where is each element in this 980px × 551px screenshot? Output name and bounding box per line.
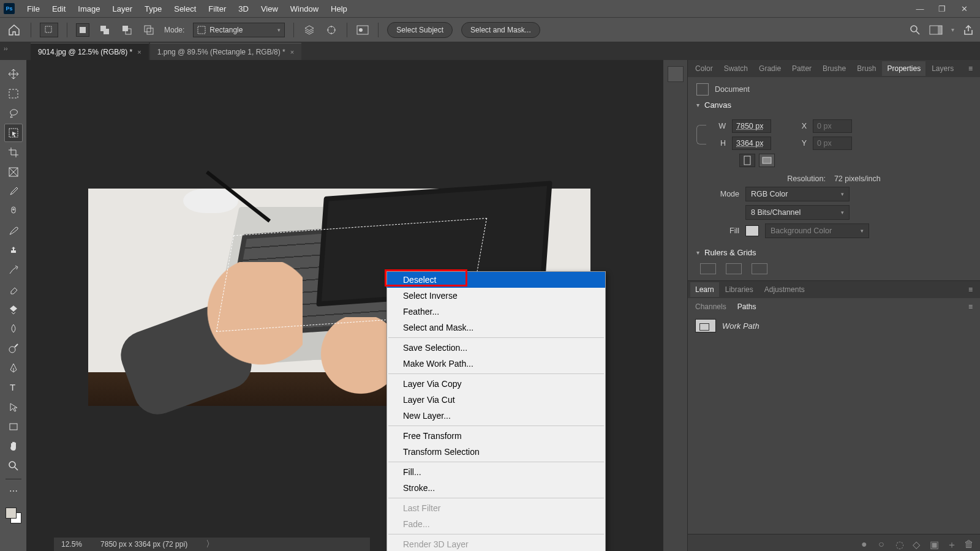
menu-layer[interactable]: Layer [107, 2, 139, 16]
sample-layers-icon[interactable] [303, 23, 316, 37]
mode-dropdown[interactable]: Rectangle ▾ [193, 23, 285, 37]
path-selection-tool-icon[interactable] [4, 398, 23, 416]
eyedropper-tool-icon[interactable] [4, 182, 23, 201]
rectangle-tool-icon[interactable] [4, 418, 23, 436]
rulers-icon[interactable] [700, 263, 716, 274]
intersect-selection-icon[interactable] [142, 23, 156, 37]
ctx-fill[interactable]: Fill... [387, 464, 605, 480]
menu-select[interactable]: Select [168, 2, 202, 16]
tab-libraries[interactable]: Libraries [720, 282, 758, 297]
object-selection-tool-icon[interactable] [4, 124, 23, 142]
move-tool-icon[interactable] [4, 65, 23, 83]
menu-view[interactable]: View [255, 2, 284, 16]
type-tool-icon[interactable]: T [4, 378, 23, 397]
crop-tool-icon[interactable] [4, 143, 23, 162]
ctx-layer-via-cut[interactable]: Layer Via Cut [387, 392, 605, 408]
window-close-icon[interactable]: ✕ [957, 4, 971, 13]
edit-toolbar-icon[interactable]: ⋯ [4, 482, 23, 500]
zoom-tool-icon[interactable] [4, 457, 23, 475]
menu-type[interactable]: Type [138, 2, 168, 16]
selection-from-path-icon[interactable]: ◌ [895, 539, 904, 547]
panel-menu-icon[interactable]: ≡ [963, 302, 978, 311]
fill-dropdown[interactable]: Background Color▾ [765, 223, 869, 238]
search-icon[interactable] [910, 24, 921, 36]
new-selection-icon[interactable] [76, 23, 89, 37]
gradient-tool-icon[interactable] [4, 300, 23, 318]
tab-color[interactable]: Color [690, 61, 718, 76]
chevron-down-icon[interactable]: ▾ [951, 26, 954, 33]
width-input[interactable]: 7850 px [732, 119, 771, 133]
enhance-edge-icon[interactable] [325, 23, 338, 37]
tab-paths[interactable]: Paths [733, 299, 761, 314]
menu-window[interactable]: Window [284, 2, 325, 16]
zoom-level[interactable]: 12.5% [61, 540, 82, 549]
close-tab-icon[interactable]: × [137, 48, 141, 56]
bit-depth-dropdown[interactable]: 8 Bits/Channel▾ [745, 205, 850, 220]
history-brush-tool-icon[interactable] [4, 261, 23, 279]
share-icon[interactable] [963, 24, 974, 36]
rulers-section-header[interactable]: ▾ Rulers & Grids [696, 248, 971, 257]
panel-menu-icon[interactable]: ≡ [963, 285, 978, 294]
new-path-icon[interactable]: ＋ [947, 539, 956, 547]
color-mode-dropdown[interactable]: RGB Color▾ [745, 187, 850, 201]
chevron-right-icon[interactable]: 〉 [206, 539, 214, 550]
fill-swatch[interactable] [745, 225, 759, 236]
tab-properties[interactable]: Properties [882, 61, 925, 76]
tab-patterns[interactable]: Patter [787, 61, 816, 76]
tab-layers[interactable]: Layers [927, 61, 959, 76]
delete-path-icon[interactable]: 🗑 [964, 539, 973, 547]
menu-image[interactable]: Image [72, 2, 106, 16]
fill-path-icon[interactable]: ● [861, 539, 870, 547]
lasso-tool-icon[interactable] [4, 104, 23, 122]
ctx-free-transform[interactable]: Free Transform [387, 428, 605, 444]
object-aware-icon[interactable] [356, 23, 369, 37]
tab-swatches[interactable]: Swatch [719, 61, 753, 76]
grid-icon[interactable] [726, 263, 742, 274]
select-subject-button[interactable]: Select Subject [387, 22, 453, 38]
add-mask-icon[interactable]: ▣ [930, 539, 938, 547]
menu-file[interactable]: File [21, 2, 46, 16]
home-icon[interactable] [6, 22, 22, 38]
ctx-make-work-path[interactable]: Make Work Path... [387, 356, 605, 372]
panel-menu-icon[interactable]: ≡ [963, 64, 978, 73]
link-dimensions-icon[interactable] [696, 125, 706, 144]
ctx-feather[interactable]: Feather... [387, 304, 605, 320]
menu-filter[interactable]: Filter [202, 2, 232, 16]
dodge-tool-icon[interactable] [4, 339, 23, 358]
ctx-new-layer[interactable]: New Layer... [387, 408, 605, 424]
menu-edit[interactable]: Edit [46, 2, 72, 16]
tab-brush-settings[interactable]: Brush [852, 61, 881, 76]
color-swatches[interactable] [6, 508, 21, 523]
document-tab[interactable]: 9014.jpg @ 12.5% (RGB/8) * × [31, 43, 149, 60]
tool-preset-dropdown[interactable] [40, 23, 58, 37]
close-tab-icon[interactable]: × [290, 48, 294, 56]
workspace-chooser-icon[interactable] [929, 25, 943, 35]
panel-shortcut-icon[interactable] [668, 66, 684, 82]
select-and-mask-button[interactable]: Select and Mask... [461, 22, 540, 38]
orientation-portrait-icon[interactable] [739, 154, 755, 167]
ctx-stroke[interactable]: Stroke... [387, 480, 605, 496]
path-from-selection-icon[interactable]: ◇ [913, 539, 921, 547]
tab-gradients[interactable]: Gradie [754, 61, 786, 76]
path-item[interactable]: Work Path [688, 315, 980, 336]
tab-adjustments[interactable]: Adjustments [760, 282, 810, 297]
ctx-transform-selection[interactable]: Transform Selection [387, 444, 605, 460]
healing-brush-tool-icon[interactable] [4, 202, 23, 220]
stroke-path-icon[interactable]: ○ [878, 539, 887, 547]
ctx-layer-via-copy[interactable]: Layer Via Copy [387, 376, 605, 392]
hand-tool-icon[interactable] [4, 437, 23, 455]
eraser-tool-icon[interactable] [4, 280, 23, 299]
menu-3d[interactable]: 3D [232, 2, 255, 16]
frame-tool-icon[interactable] [4, 163, 23, 181]
tab-brushes[interactable]: Brushe [818, 61, 851, 76]
blur-tool-icon[interactable] [4, 320, 23, 338]
canvas-section-header[interactable]: ▾ Canvas [696, 100, 971, 110]
orientation-landscape-icon[interactable] [759, 154, 775, 167]
height-input[interactable]: 3364 px [732, 137, 771, 150]
add-to-selection-icon[interactable] [98, 23, 111, 37]
marquee-tool-icon[interactable] [4, 84, 23, 103]
clone-stamp-tool-icon[interactable] [4, 241, 23, 260]
subtract-from-selection-icon[interactable] [120, 23, 134, 37]
window-restore-icon[interactable]: ❐ [935, 4, 949, 13]
ctx-select-and-mask[interactable]: Select and Mask... [387, 320, 605, 335]
